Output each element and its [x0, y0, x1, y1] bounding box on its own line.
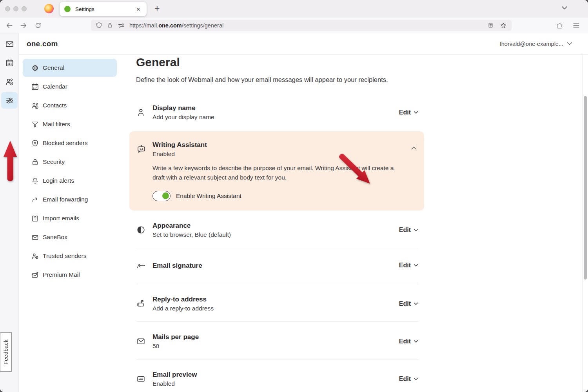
nav-item-label: Calendar [43, 83, 67, 90]
account-menu[interactable]: thorvald@one-example... [500, 41, 572, 47]
setting-subtitle: 50 [152, 342, 399, 350]
nav-item-email-forwarding[interactable]: Email forwarding [23, 191, 117, 209]
gear-icon [31, 64, 39, 72]
edit-label: Edit [399, 262, 411, 269]
nav-item-sanebox[interactable]: SaneBox [23, 228, 117, 246]
envelope-icon [136, 336, 152, 346]
permissions-icon[interactable] [118, 23, 125, 28]
setting-row-reply-to: Reply-to address Add a reply-to address … [136, 284, 418, 322]
reload-button[interactable] [32, 20, 44, 31]
tab-settings[interactable]: Settings × [60, 2, 147, 16]
menu-hamburger-icon[interactable] [571, 20, 582, 31]
nav-item-label: Blocked senders [43, 140, 88, 147]
import-box-icon [31, 214, 39, 223]
chevron-down-icon [414, 264, 418, 267]
new-tab-button[interactable]: + [151, 2, 163, 15]
chevron-down-icon [414, 340, 418, 343]
logo-tld: com [42, 40, 58, 48]
forward-arrow-icon [31, 195, 39, 204]
chevron-down-icon [414, 302, 418, 305]
extensions-puzzle-icon[interactable] [554, 20, 565, 31]
tab-close-icon[interactable]: × [135, 5, 142, 13]
setting-row-appearance: Appearance Set to browser, Blue (default… [136, 211, 418, 248]
contrast-circle-icon [136, 225, 152, 235]
writing-assistant-toggle[interactable] [152, 191, 171, 201]
edit-label: Edit [399, 109, 411, 116]
nav-item-import-emails[interactable]: Import emails [23, 209, 117, 227]
nav-item-trusted-senders[interactable]: Trusted senders [23, 247, 117, 265]
shield-x-icon [31, 139, 39, 147]
edit-label: Edit [399, 227, 411, 234]
padlock-icon [31, 158, 39, 166]
nav-item-label: Import emails [43, 215, 79, 222]
robot-assistant-icon [136, 140, 152, 158]
one-com-logo[interactable]: one.com [27, 40, 58, 48]
setting-row-email-signature: Email signature Edit [136, 248, 418, 284]
window-zoom-button[interactable] [22, 6, 27, 11]
edit-label: Edit [399, 300, 411, 307]
url-text[interactable]: https://mail.one.com/settings/general [129, 22, 488, 29]
envelope-plus-icon [31, 270, 39, 279]
setting-subtitle: Enabled [152, 379, 399, 388]
tracking-shield-icon[interactable] [96, 22, 102, 29]
person-icon [136, 107, 152, 117]
app-header: one.com thorvald@one-example... [19, 33, 588, 54]
edit-label: Edit [399, 338, 411, 345]
url-bar[interactable]: https://mail.one.com/settings/general [91, 20, 512, 31]
annotation-arrow-diagonal [337, 152, 384, 198]
forward-button[interactable] [18, 20, 29, 31]
window-close-button[interactable] [5, 6, 10, 11]
nav-item-label: Contacts [43, 102, 67, 109]
edit-mails-per-page-button[interactable]: Edit [399, 338, 418, 345]
url-path: /settings/general [182, 22, 223, 29]
url-scheme: https://mail. [129, 22, 158, 29]
nav-item-calendar[interactable]: Calendar [23, 78, 117, 96]
firefox-icon [44, 4, 54, 13]
edit-email-signature-button[interactable]: Edit [399, 262, 418, 269]
feedback-tab[interactable]: Feedback [0, 332, 12, 372]
tab-bar: Settings × + [0, 0, 588, 18]
edit-display-name-button[interactable]: Edit [399, 109, 418, 116]
nav-item-contacts[interactable]: Contacts [23, 96, 117, 114]
scrollbar-track[interactable] [583, 55, 588, 392]
chevron-down-icon [414, 229, 418, 232]
setting-title: Appearance [152, 221, 399, 230]
nav-item-premium-mail[interactable]: Premium Mail [23, 266, 117, 284]
page-description: Define the look of Webmail and how your … [136, 75, 418, 84]
tab-list-chevron-icon[interactable] [561, 6, 568, 10]
nav-item-blocked-senders[interactable]: Blocked senders [23, 134, 117, 152]
lock-icon[interactable] [107, 22, 113, 29]
edit-email-preview-button[interactable]: Edit [399, 376, 418, 383]
setting-row-email-preview: Email preview Enabled Edit [136, 359, 418, 392]
rail-settings-icon[interactable] [1, 92, 18, 109]
edit-appearance-button[interactable]: Edit [399, 227, 418, 234]
bookmark-star-icon[interactable] [500, 22, 507, 29]
app-rail: Feedback [0, 33, 19, 392]
window-minimize-button[interactable] [13, 6, 18, 11]
nav-item-label: Email forwarding [43, 196, 88, 203]
nav-item-general[interactable]: General [23, 59, 117, 77]
reader-mode-icon[interactable] [488, 22, 494, 29]
nav-item-login-alerts[interactable]: Login alerts [23, 172, 117, 190]
rail-contacts-icon[interactable] [1, 73, 18, 90]
nav-item-mail-filters[interactable]: Mail filters [23, 115, 117, 133]
scrollbar-thumb[interactable] [584, 96, 587, 279]
nav-item-label: Premium Mail [43, 271, 80, 278]
bell-icon [31, 176, 39, 185]
account-email: thorvald@one-example... [500, 41, 563, 47]
collapse-chevron-up-icon[interactable] [411, 146, 416, 150]
rail-calendar-icon[interactable] [1, 54, 18, 71]
edit-reply-to-button[interactable]: Edit [399, 300, 418, 307]
nav-item-security[interactable]: Security [23, 153, 117, 171]
writing-assistant-toggle-label: Enable Writing Assistant [176, 192, 241, 200]
setting-title: Email preview [152, 370, 399, 379]
setting-row-mails-per-page: Mails per page 50 Edit [136, 322, 418, 359]
annotation-arrow-up [0, 138, 20, 185]
envelope-icon [31, 233, 39, 241]
back-button[interactable] [4, 20, 15, 31]
settings-content: General Define the look of Webmail and h… [121, 54, 583, 392]
setting-subtitle: Add a reply-to address [152, 304, 399, 312]
rail-mail-icon[interactable] [1, 36, 18, 52]
tab-title: Settings [75, 6, 135, 12]
signature-icon [136, 260, 152, 270]
